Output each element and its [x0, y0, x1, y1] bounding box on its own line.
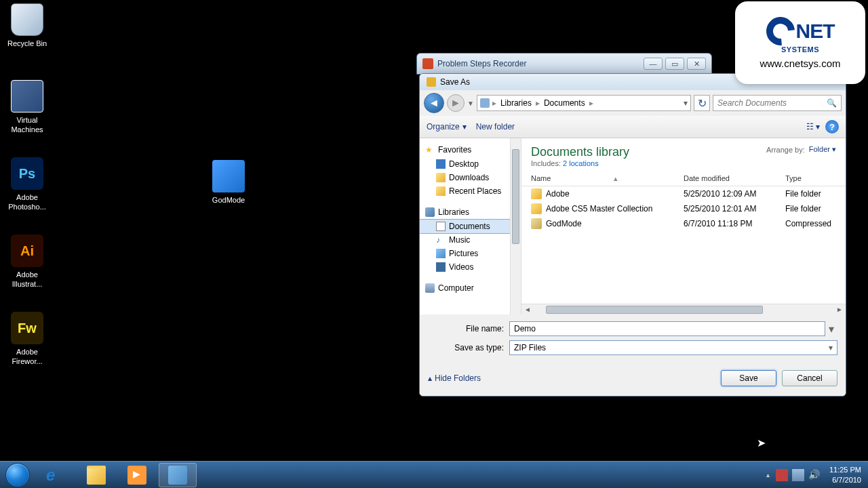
sidebar-scrollbar[interactable]: [510, 138, 521, 314]
help-button[interactable]: ?: [825, 120, 839, 134]
scrollbar-thumb[interactable]: [546, 306, 763, 314]
desktop-icon: [436, 159, 446, 169]
new-folder-button[interactable]: New folder: [476, 122, 515, 131]
file-row[interactable]: Adobe CS5 Master Collection 5/25/2010 12…: [521, 201, 846, 216]
sidebar-item-downloads[interactable]: Downloads: [420, 171, 521, 184]
arrange-label: Arrange by:: [766, 146, 805, 154]
libraries-icon: [425, 207, 435, 217]
illustrator-icon: [11, 235, 43, 267]
folder-icon: [427, 77, 436, 87]
savetype-select[interactable]: ZIP Files ▾: [509, 340, 837, 355]
ie-icon: e: [46, 466, 65, 485]
sidebar-group-libraries[interactable]: Libraries: [420, 205, 521, 220]
sidebar-item-videos[interactable]: Videos: [420, 260, 521, 274]
filename-input[interactable]: [509, 321, 825, 336]
includes-label: Includes:: [531, 159, 561, 167]
volume-icon[interactable]: 🔊: [808, 469, 821, 481]
videos-icon: [436, 262, 446, 272]
nav-sidebar: ★Favorites Desktop Downloads Recent Plac…: [420, 138, 521, 314]
desktop-icon-godmode[interactable]: GodMode: [205, 160, 252, 205]
desktop-icon-fireworks[interactable]: Adobe Firewor...: [3, 312, 51, 367]
windows-orb-icon: [5, 463, 30, 487]
search-box[interactable]: 🔍: [713, 95, 842, 111]
dialog-title: Save As: [440, 77, 470, 87]
document-icon: [436, 222, 446, 231]
taskbar-item-media[interactable]: [118, 463, 156, 487]
desktop-icon-recycle-bin[interactable]: Recycle Bin: [3, 3, 51, 48]
psr-window: Problem Steps Recorder — ▭ ✕: [416, 53, 712, 75]
action-center-icon[interactable]: [776, 469, 788, 481]
desktop-icon-photoshop[interactable]: Adobe Photosho...: [3, 157, 51, 212]
arrange-by-menu[interactable]: Folder ▾: [809, 145, 836, 154]
filename-label: File name:: [428, 324, 509, 333]
taskbar-item-psr[interactable]: [159, 463, 197, 487]
clock-time[interactable]: 11:25 PM: [829, 465, 861, 474]
view-menu[interactable]: ☷ ▾: [806, 122, 820, 131]
breadcrumb-item[interactable]: Documents: [540, 98, 589, 108]
sidebar-item-documents[interactable]: Documents: [420, 219, 521, 234]
psr-icon: [168, 466, 187, 485]
recycle-bin-icon: [11, 3, 43, 36]
column-header-name[interactable]: Name ▴: [531, 174, 684, 183]
zip-icon: [531, 218, 542, 229]
savetype-label: Save as type:: [428, 343, 509, 352]
sort-asc-icon: ▴: [614, 174, 618, 182]
horizontal-scrollbar[interactable]: ◄ ►: [521, 304, 846, 314]
libraries-icon: [480, 98, 490, 108]
search-icon: 🔍: [827, 98, 837, 108]
cancel-button[interactable]: Cancel: [782, 370, 837, 386]
network-icon[interactable]: [792, 469, 804, 481]
minimize-button[interactable]: —: [644, 58, 663, 70]
hide-folders-button[interactable]: ▴ Hide Folders: [428, 373, 481, 383]
search-input[interactable]: [717, 98, 827, 108]
icon-label: Adobe Photosho...: [3, 192, 51, 212]
taskbar: e ▴ 🔊 11:25 PM 6/7/2010: [0, 461, 868, 488]
sidebar-group-computer[interactable]: Computer: [420, 281, 521, 296]
folder-icon: [531, 203, 542, 214]
cursor-icon: ➤: [757, 436, 766, 449]
refresh-button[interactable]: ↻: [694, 95, 710, 111]
breadcrumb-item[interactable]: Libraries: [496, 98, 536, 108]
taskbar-item-explorer[interactable]: [77, 463, 115, 487]
sidebar-item-music[interactable]: ♪Music: [420, 233, 521, 247]
sidebar-item-desktop[interactable]: Desktop: [420, 157, 521, 171]
file-row[interactable]: GodMode 6/7/2010 11:18 PM Compressed: [521, 216, 846, 231]
pictures-icon: [436, 249, 446, 258]
sidebar-item-recent[interactable]: Recent Places: [420, 184, 521, 198]
organize-menu[interactable]: Organize ▾: [427, 122, 467, 131]
icon-label: Adobe Firewor...: [3, 347, 51, 367]
includes-link[interactable]: 2 locations: [563, 159, 599, 167]
start-button[interactable]: [0, 462, 35, 489]
desktop-icon-illustrator[interactable]: Adobe Illustrat...: [3, 235, 51, 289]
sidebar-group-favorites[interactable]: ★Favorites: [420, 142, 521, 157]
taskbar-item-ie[interactable]: e: [37, 463, 75, 487]
folder-icon: [436, 173, 446, 182]
folder-icon: [436, 186, 446, 196]
file-row[interactable]: Adobe 5/25/2010 12:09 AM File folder: [521, 186, 846, 201]
icon-label: GodMode: [205, 195, 252, 205]
chevron-down-icon[interactable]: ▾: [684, 98, 688, 108]
nav-back-button[interactable]: ◄: [424, 93, 444, 113]
chevron-up-icon: ▴: [428, 373, 432, 383]
chevron-down-icon: ▾: [462, 122, 467, 131]
fireworks-icon: [11, 312, 43, 344]
chevron-right-icon: ▸: [589, 98, 593, 108]
close-button[interactable]: ✕: [687, 58, 706, 70]
library-title: Documents library: [531, 145, 629, 159]
nav-forward-button[interactable]: ►: [447, 94, 465, 112]
desktop-icon-virtual-machines[interactable]: Virtual Machines: [3, 80, 51, 135]
folder-icon: [531, 188, 542, 199]
column-header-type[interactable]: Type: [785, 174, 836, 183]
chevron-down-icon[interactable]: ▼: [467, 100, 474, 107]
dropdown-icon[interactable]: ▾: [825, 323, 837, 336]
scrollbar-thumb[interactable]: [512, 149, 519, 244]
media-player-icon: [127, 466, 146, 485]
breadcrumb[interactable]: ▸ Libraries ▸ Documents ▸ ▾: [477, 95, 691, 111]
save-button[interactable]: Save: [721, 370, 776, 386]
maximize-button[interactable]: ▭: [665, 58, 684, 70]
show-hidden-icons[interactable]: ▴: [766, 471, 770, 479]
column-header-date[interactable]: Date modified: [684, 174, 785, 183]
clock-date[interactable]: 6/7/2010: [829, 475, 861, 485]
music-icon: ♪: [436, 235, 446, 245]
sidebar-item-pictures[interactable]: Pictures: [420, 247, 521, 260]
